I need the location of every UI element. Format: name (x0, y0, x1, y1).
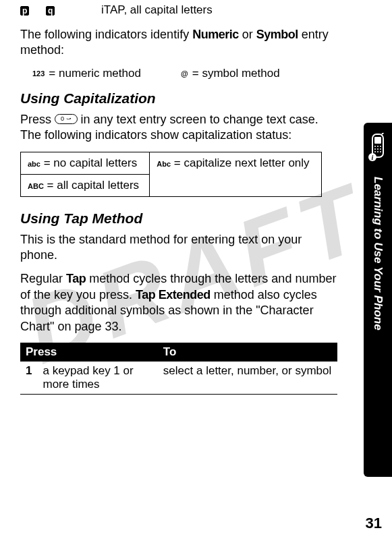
svg-point-5 (380, 146, 381, 147)
numeric-method-cell: 123 = numeric method (32, 67, 181, 80)
intro-text: The following indicators identify (20, 28, 192, 41)
cap-all-text: = all capital letters (44, 179, 139, 192)
to-header: To (158, 343, 337, 362)
side-label-container: Learning to Use Your Phone (364, 177, 392, 447)
capitalization-table: abc = no capital letters Abc = capitaliz… (20, 152, 322, 197)
cap-cell-next: Abc = capitalize next letter only (150, 152, 321, 196)
tap-intro: This is the standard method for entering… (20, 232, 337, 264)
svg-line-2 (382, 133, 385, 134)
symbol-icon: @ (181, 69, 188, 78)
intro-numeric: Numeric (192, 28, 239, 41)
itap-glyph-icon: p (20, 6, 29, 16)
cap-text: Press (20, 113, 55, 126)
page-number: 31 (366, 515, 382, 532)
press-to-table: Press To 1 a keypad key 1 or more times … (20, 343, 337, 395)
svg-point-11 (380, 151, 381, 152)
itap-indicator-row: p q iTAP, all capital letters (20, 3, 337, 17)
press-header: Press (20, 343, 158, 362)
press-action: a keypad key 1 or more times (37, 362, 157, 395)
svg-point-10 (377, 151, 379, 152)
numeric-icon: 123 (32, 69, 45, 78)
itap-icons: p q (20, 3, 101, 17)
Abc-icon: Abc (157, 160, 171, 168)
table-row: 1 a keypad key 1 or more times select a … (20, 362, 337, 395)
table-header-row: Press To (20, 343, 337, 362)
zero-key-icon: 0 ⤻ (55, 114, 78, 124)
to-result: select a letter, number, or symbol (158, 362, 337, 395)
using-capitalization-heading: Using Capitalization (20, 90, 337, 107)
cap-next-text: = capitalize next letter only (171, 156, 310, 169)
symbol-label: = symbol method (192, 67, 280, 80)
svg-point-7 (377, 148, 379, 150)
tap-detail: Regular Tap method cycles through the le… (20, 271, 337, 335)
using-tap-method-heading: Using Tap Method (20, 210, 337, 227)
itap-glyph-icon: q (46, 6, 55, 16)
tap-text: Regular (20, 272, 66, 285)
tap-extended-bold: Tap Extended (136, 288, 211, 301)
svg-text:i: i (372, 154, 374, 161)
cap-cell-all: ABC = all capital letters (21, 174, 150, 196)
intro-text: or (239, 28, 256, 41)
svg-point-4 (377, 146, 379, 147)
cap-cell-none: abc = no capital letters (21, 152, 150, 174)
svg-rect-1 (374, 137, 381, 144)
intro-symbol: Symbol (256, 28, 298, 41)
table-row: abc = no capital letters Abc = capitaliz… (21, 152, 322, 174)
ABC-icon: ABC (28, 182, 44, 190)
side-chapter-label: Learning to Use Your Phone (371, 177, 385, 330)
side-chapter-tab: i Learning to Use Your Phone (364, 123, 392, 477)
tap-bold: Tap (66, 272, 86, 285)
numeric-label: = numeric method (49, 67, 141, 80)
phone-info-icon: i (368, 133, 387, 163)
svg-point-9 (374, 151, 376, 152)
key-label: 0 (61, 115, 64, 122)
capitalization-instruction: Press 0 ⤻ in any text entry screen to ch… (20, 112, 337, 144)
svg-point-6 (374, 148, 376, 150)
step-number: 1 (20, 362, 37, 395)
abc-icon: abc (28, 160, 40, 168)
svg-point-8 (380, 148, 381, 150)
method-indicators-row: 123 = numeric method @ = symbol method (32, 67, 337, 80)
intro-paragraph: The following indicators identify Numeri… (20, 27, 337, 59)
svg-point-3 (374, 146, 376, 147)
cap-none-text: = no capital letters (40, 156, 137, 169)
itap-text: iTAP, all capital letters (101, 3, 213, 17)
symbol-method-cell: @ = symbol method (181, 67, 280, 80)
